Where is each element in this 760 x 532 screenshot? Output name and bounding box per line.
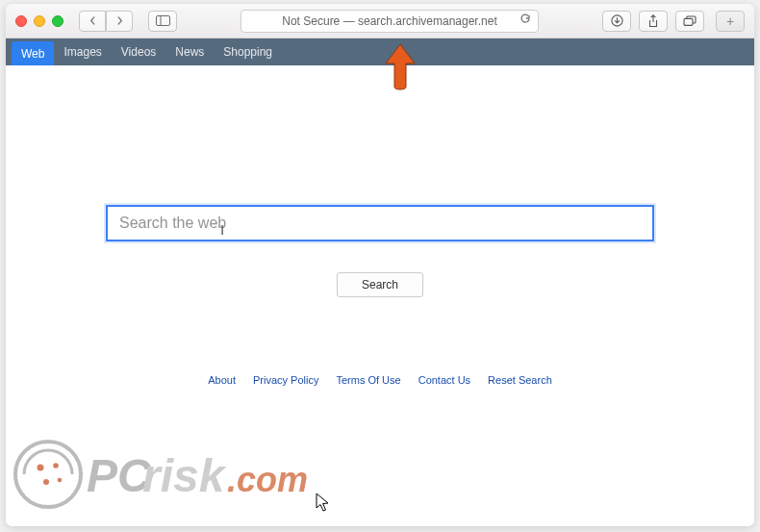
reload-button[interactable] [519,13,531,28]
tab-news[interactable]: News [165,38,214,65]
reload-icon [519,13,531,25]
tab-label: Images [63,45,101,59]
svg-point-5 [38,465,44,471]
address-bar[interactable]: Not Secure — search.archivemanager.net [241,10,539,33]
footer-contact[interactable]: Contact Us [418,374,470,386]
share-icon [647,14,659,28]
forward-button[interactable] [106,11,133,32]
footer-privacy[interactable]: Privacy Policy [253,374,318,386]
sidebar-icon [156,15,170,26]
tab-label: Videos [121,45,156,59]
minimize-window-button[interactable] [34,15,45,27]
pcrisk-logo: PC risk .com [10,432,317,520]
history-nav-group [79,11,133,32]
tab-label: Shopping [223,45,272,59]
search-button[interactable]: Search [337,272,423,297]
tab-web[interactable]: Web [12,41,54,65]
footer-reset[interactable]: Reset Search [488,374,552,386]
download-icon [611,14,623,27]
tabs-icon [683,15,697,27]
category-tabs: Web Images Videos News Shopping [6,38,754,65]
search-input[interactable] [106,205,654,241]
svg-rect-0 [156,16,169,26]
window-controls [15,15,63,27]
footer-links: About Privacy Policy Terms Of Use Contac… [208,374,552,386]
arrow-up-icon [382,42,418,90]
tab-label: Web [21,47,44,61]
svg-point-8 [58,478,63,483]
watermark-logo: PC risk .com [10,432,317,524]
close-window-button[interactable] [15,15,27,27]
maximize-window-button[interactable] [52,15,63,27]
tabs-button[interactable] [675,11,704,32]
footer-terms[interactable]: Terms Of Use [336,374,400,386]
tab-images[interactable]: Images [54,38,111,65]
chevron-left-icon [89,16,97,25]
address-bar-wrap: Not Secure — search.archivemanager.net [196,10,583,33]
search-area: Search About Privacy Policy Terms Of Use… [6,65,754,386]
tab-videos[interactable]: Videos [112,38,165,65]
address-bar-text: Not Secure — search.archivemanager.net [282,14,496,28]
toolbar-right-group: + [602,11,745,32]
new-tab-button[interactable]: + [716,11,745,32]
share-button[interactable] [639,11,668,32]
back-button[interactable] [79,11,106,32]
chevron-right-icon [115,16,124,25]
tab-shopping[interactable]: Shopping [214,38,282,65]
sidebar-toggle-button[interactable] [148,11,177,32]
annotation-arrow [382,42,418,94]
footer-about[interactable]: About [208,374,236,386]
svg-text:.com: .com [227,460,308,499]
svg-rect-3 [684,18,693,25]
browser-titlebar: Not Secure — search.archivemanager.net + [6,4,754,38]
svg-point-6 [53,463,59,469]
svg-text:risk: risk [142,450,227,501]
svg-point-7 [43,479,49,485]
tab-label: News [175,45,204,59]
downloads-button[interactable] [602,11,631,32]
plus-icon: + [726,13,734,29]
